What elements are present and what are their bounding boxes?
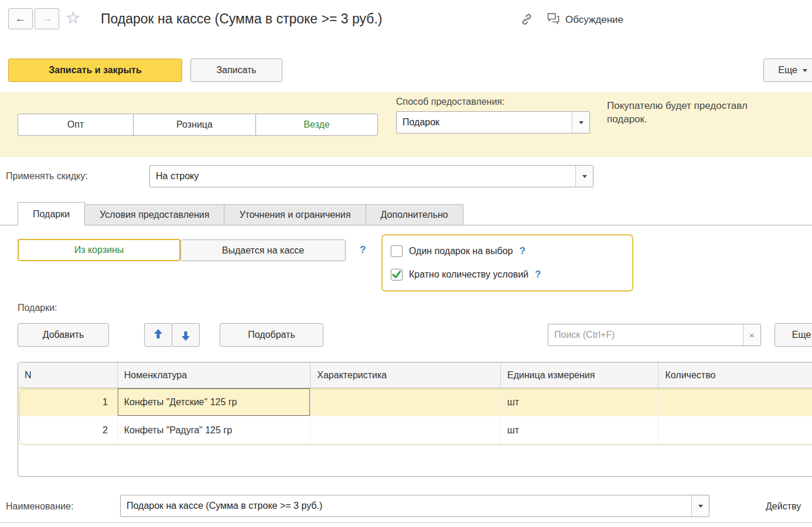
- table-row[interactable]: 1 Конфеты "Детские" 125 гр шт 1: [18, 388, 812, 416]
- search-clear-icon[interactable]: ×: [743, 324, 760, 345]
- gifts-section-label: Подарки:: [18, 303, 57, 313]
- tab-usloviya[interactable]: Условия предоставления: [84, 204, 224, 225]
- forward-button[interactable]: →: [35, 8, 59, 29]
- column-header-n[interactable]: N: [18, 362, 118, 388]
- chevron-down-icon: [582, 175, 587, 178]
- one-gift-help-icon[interactable]: ?: [519, 245, 525, 257]
- arrow-up-icon: [153, 328, 163, 341]
- pick-button[interactable]: Подобрать: [220, 323, 323, 347]
- search-input[interactable]: [548, 324, 743, 345]
- scope-option-opt[interactable]: Опт: [18, 114, 134, 136]
- gift-source-help-icon[interactable]: ?: [360, 244, 366, 256]
- tab-podarki[interactable]: Подарки: [18, 202, 85, 225]
- multiple-conditions-checkbox[interactable]: [391, 269, 402, 280]
- add-button[interactable]: Добавить: [18, 323, 109, 347]
- multiple-conditions-help-icon[interactable]: ?: [535, 269, 541, 280]
- save-close-button[interactable]: Записать и закрыть: [8, 59, 182, 82]
- move-down-button[interactable]: [172, 323, 200, 347]
- more-button-top-label: Еще: [778, 65, 797, 76]
- apply-discount-label: Применять скидку:: [6, 171, 88, 182]
- cell-unit[interactable]: шт: [501, 388, 659, 416]
- cell-nomenclature[interactable]: Конфеты "Детские" 125 гр: [118, 388, 311, 416]
- name-field-value: Подарок на кассе (Сумма в строке >= 3 ру…: [121, 495, 691, 516]
- more-button-top[interactable]: Еще: [763, 59, 812, 82]
- scope-option-vezde[interactable]: Везде: [255, 114, 378, 136]
- cell-quantity[interactable]: 1: [659, 416, 812, 444]
- discussion-button[interactable]: Обсуждение: [547, 12, 623, 28]
- gift-source-from-cart[interactable]: Из корзины: [18, 239, 180, 261]
- gifts-table: N Номенклатура Характеристика Единица из…: [18, 362, 812, 477]
- one-gift-label: Один подарок на выбор: [409, 246, 513, 256]
- gift-option-row: Один подарок на выбор ?: [391, 241, 624, 261]
- chevron-down-icon: [698, 505, 703, 508]
- one-gift-checkbox[interactable]: [391, 245, 402, 257]
- cell-n[interactable]: 1: [18, 388, 118, 416]
- cell-quantity[interactable]: 1: [659, 388, 812, 416]
- move-up-button[interactable]: [144, 323, 172, 347]
- save-button[interactable]: Записать: [190, 59, 282, 82]
- bottom-divider: [0, 522, 812, 523]
- scope-hint-line2: подарок.: [607, 112, 812, 126]
- gift-option-row: Кратно количеству условий ?: [391, 265, 624, 285]
- discussion-icon: [547, 12, 560, 28]
- link-icon[interactable]: [520, 13, 533, 28]
- favorite-star-icon[interactable]: ☆: [66, 8, 80, 28]
- column-header-nomenclature[interactable]: Номенклатура: [118, 362, 311, 388]
- apply-discount-value: На строку: [150, 166, 575, 187]
- cell-characteristic[interactable]: [311, 388, 501, 416]
- method-select-value: Подарок: [397, 112, 572, 133]
- name-field-dropdown-button[interactable]: [691, 495, 709, 516]
- arrow-down-icon: [181, 328, 190, 341]
- tab-bar: Подарки Условия предоставления Уточнения…: [0, 202, 812, 225]
- footer-right-text: Действу: [766, 501, 801, 512]
- gift-source-at-checkout[interactable]: Выдается на кассе: [180, 239, 346, 261]
- table-row[interactable]: 2 Конфеты "Радуга" 125 гр шт 1: [18, 416, 812, 444]
- name-label: Наименование:: [6, 501, 73, 512]
- tab-utochneniya[interactable]: Уточнения и ограничения: [224, 204, 366, 225]
- tab-dopolnitelno[interactable]: Дополнительно: [366, 204, 463, 225]
- column-header-characteristic[interactable]: Характеристика: [311, 362, 501, 388]
- page-title: Подарок на кассе (Сумма в строке >= 3 ру…: [101, 11, 382, 27]
- scope-option-roznitsa[interactable]: Розница: [133, 114, 256, 136]
- more-button-gifts[interactable]: Еще: [775, 323, 812, 347]
- chevron-down-icon: [803, 69, 807, 72]
- gift-options-group: Один подарок на выбор ? Кратно количеств…: [381, 234, 633, 292]
- gifts-table-header: N Номенклатура Характеристика Единица из…: [18, 362, 812, 388]
- cell-n[interactable]: 2: [18, 416, 118, 444]
- scope-panel: Опт Розница Везде Способ предоставления:…: [0, 93, 812, 157]
- scope-hint: Покупателю будет предоставл подарок.: [607, 99, 812, 126]
- cell-unit[interactable]: шт: [501, 416, 659, 444]
- multiple-conditions-label: Кратно количеству условий: [409, 269, 528, 280]
- chevron-down-icon: [579, 121, 584, 124]
- scope-segmented-control: Опт Розница Везде: [18, 114, 378, 136]
- search-field: ×: [548, 324, 761, 346]
- method-label: Способ предоставления:: [396, 97, 504, 107]
- back-button[interactable]: ←: [8, 8, 33, 29]
- apply-discount-dropdown-button[interactable]: [575, 166, 593, 187]
- apply-discount-select[interactable]: На строку: [149, 165, 593, 187]
- cell-nomenclature[interactable]: Конфеты "Радуга" 125 гр: [118, 416, 311, 444]
- discussion-label: Обсуждение: [565, 14, 623, 26]
- cell-characteristic[interactable]: [311, 416, 501, 444]
- column-header-unit[interactable]: Единица измерения: [501, 362, 659, 388]
- name-field[interactable]: Подарок на кассе (Сумма в строке >= 3 ру…: [120, 495, 709, 517]
- method-select-dropdown-button[interactable]: [572, 112, 589, 133]
- scope-hint-line1: Покупателю будет предоставл: [607, 99, 812, 112]
- column-header-quantity[interactable]: Количество: [659, 362, 812, 388]
- method-select[interactable]: Подарок: [396, 111, 590, 134]
